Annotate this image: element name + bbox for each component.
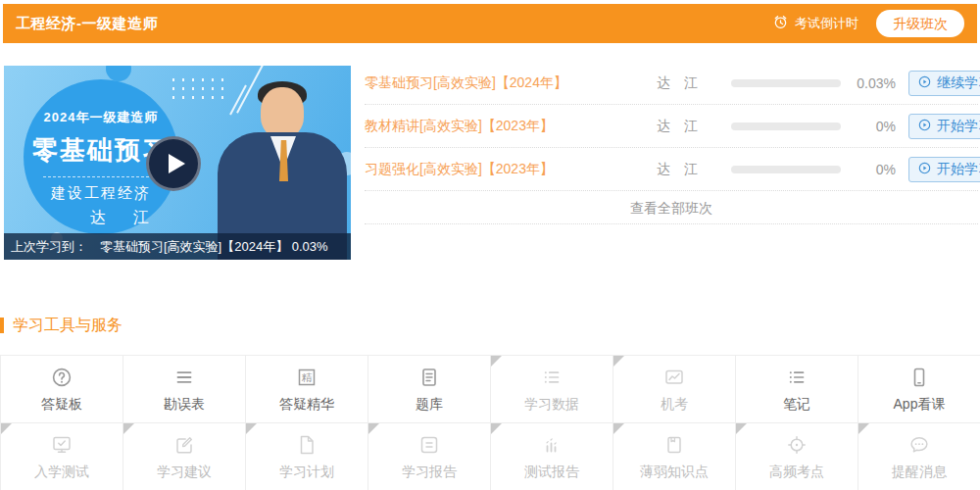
tool-errata-list[interactable]: 勘误表 bbox=[123, 356, 246, 423]
course-page: 工程经济-一级建造师 考试倒计时 升级班次 2024年一级建造师 零基础预习 建… bbox=[0, 0, 980, 490]
topbar: 工程经济-一级建造师 考试倒计时 升级班次 bbox=[3, 4, 977, 43]
play-circle-icon bbox=[917, 161, 932, 178]
tool-answer-highlights[interactable]: 精 答疑精华 bbox=[246, 356, 368, 423]
course-list: 零基础预习[高效实验]【2024年】 达 江 0.03% 继续学习 教材精讲[高… bbox=[365, 62, 978, 224]
document-lines-icon bbox=[417, 366, 441, 389]
banner-year-title: 2024年一级建造师 bbox=[44, 109, 159, 126]
message-dots-icon bbox=[907, 433, 931, 457]
banner-instructor-name: 达 江 bbox=[90, 208, 155, 228]
play-button[interactable] bbox=[146, 136, 201, 191]
tool-label: 高频考点 bbox=[769, 464, 824, 481]
play-circle-icon bbox=[917, 118, 932, 135]
monitor-check-icon bbox=[50, 433, 74, 457]
section-accent-bar bbox=[0, 318, 4, 333]
last-learned-bar: 上次学习到： 零基础预习[高效实验]【2024年】 0.03% bbox=[4, 233, 351, 260]
play-circle-icon bbox=[917, 74, 932, 92]
tool-reminder-messages[interactable]: 提醒消息 bbox=[858, 423, 980, 490]
course-row: 零基础预习[高效实验]【2024年】 达 江 0.03% 继续学习 bbox=[365, 62, 978, 105]
bar-chart-icon bbox=[540, 433, 564, 457]
tool-label: 答疑精华 bbox=[279, 396, 334, 414]
corner-fold bbox=[123, 423, 134, 434]
tool-study-data[interactable]: 学习数据 bbox=[491, 356, 613, 423]
question-circle-icon bbox=[50, 366, 74, 389]
tool-answer-board[interactable]: 答疑板 bbox=[1, 356, 123, 423]
progress-bar bbox=[731, 79, 841, 87]
tool-study-report[interactable]: 学习报告 bbox=[368, 423, 491, 490]
action-label: 开始学习 bbox=[937, 161, 980, 178]
tool-test-report[interactable]: 测试报告 bbox=[491, 423, 613, 490]
tool-notes[interactable]: 笔记 bbox=[736, 356, 858, 423]
report-lines-icon bbox=[417, 433, 441, 457]
start-learning-button[interactable]: 开始学习 bbox=[908, 114, 980, 139]
tool-label: 学习数据 bbox=[524, 396, 579, 414]
tool-label: 学习建议 bbox=[157, 464, 212, 481]
corner-fold bbox=[491, 356, 502, 367]
course-instructor: 达 江 bbox=[657, 74, 731, 92]
page-icon bbox=[295, 433, 318, 457]
tool-label: 入学测试 bbox=[34, 464, 89, 481]
corner-fold bbox=[368, 423, 379, 434]
tools-grid: 答疑板 勘误表 精 答疑精华 题库 学习数据 机考 笔记 bbox=[0, 355, 980, 490]
tool-label: 测试报告 bbox=[524, 464, 579, 481]
tool-label: 学习计划 bbox=[279, 464, 334, 481]
corner-fold bbox=[1, 423, 12, 434]
progress-percent: 0.03% bbox=[847, 75, 896, 91]
course-instructor: 达 江 bbox=[657, 161, 731, 178]
progress-bar bbox=[731, 166, 841, 173]
action-label: 继续学习 bbox=[937, 74, 980, 92]
tool-entrance-test[interactable]: 入学测试 bbox=[1, 423, 123, 490]
upgrade-class-button[interactable]: 升级班次 bbox=[876, 10, 964, 37]
corner-fold bbox=[491, 423, 502, 434]
progress-percent: 0% bbox=[847, 119, 896, 134]
course-row: 教材精讲[高效实验]【2023年】 达 江 0% 开始学习 bbox=[365, 105, 978, 148]
action-label: 开始学习 bbox=[937, 118, 980, 135]
target-icon bbox=[785, 433, 808, 457]
banner-subject: 建设工程经济 bbox=[51, 184, 151, 203]
tool-computer-exam[interactable]: 机考 bbox=[613, 356, 736, 423]
tool-label: 答疑板 bbox=[41, 396, 82, 414]
tool-app-viewing[interactable]: App看课 bbox=[858, 356, 980, 423]
tool-question-bank[interactable]: 题库 bbox=[368, 356, 491, 423]
page-title: 工程经济-一级建造师 bbox=[16, 15, 158, 33]
progress-bar bbox=[731, 122, 841, 130]
alarm-clock-icon bbox=[772, 14, 789, 33]
view-all-classes-link[interactable]: 查看全部班次 bbox=[365, 191, 978, 224]
corner-fold bbox=[246, 423, 257, 434]
tool-study-plan[interactable]: 学习计划 bbox=[246, 423, 368, 490]
tool-label: 机考 bbox=[661, 396, 688, 414]
tool-study-advice[interactable]: 学习建议 bbox=[123, 423, 246, 490]
tool-label: 薄弱知识点 bbox=[640, 464, 709, 481]
progress-percent: 0% bbox=[847, 162, 896, 177]
edit-pencil-icon bbox=[172, 433, 196, 457]
tool-label: 勘误表 bbox=[164, 396, 205, 414]
svg-text:精: 精 bbox=[302, 370, 313, 382]
course-row: 习题强化[高效实验]【2023年】 达 江 0% 开始学习 bbox=[365, 148, 978, 191]
course-title-link[interactable]: 教材精讲[高效实验]【2023年】 bbox=[365, 118, 657, 135]
tool-weak-knowledge-points[interactable]: 薄弱知识点 bbox=[613, 423, 736, 490]
smartphone-icon bbox=[907, 366, 931, 389]
tool-label: 题库 bbox=[416, 396, 443, 414]
countdown-label: 考试倒计时 bbox=[795, 15, 858, 32]
start-learning-button[interactable]: 开始学习 bbox=[908, 157, 980, 182]
corner-fold bbox=[736, 423, 747, 434]
exam-countdown-link[interactable]: 考试倒计时 bbox=[772, 14, 858, 33]
course-title-link[interactable]: 零基础预习[高效实验]【2024年】 bbox=[365, 74, 657, 92]
tool-label: App看课 bbox=[894, 396, 946, 414]
monitor-chart-icon bbox=[662, 366, 686, 389]
jing-badge-icon: 精 bbox=[295, 366, 318, 389]
tools-section-header: 学习工具与服务 bbox=[0, 316, 122, 335]
tool-label: 学习报告 bbox=[402, 464, 457, 481]
continue-learning-button[interactable]: 继续学习 bbox=[908, 71, 980, 96]
corner-fold bbox=[858, 423, 869, 434]
course-title-link[interactable]: 习题强化[高效实验]【2023年】 bbox=[365, 161, 657, 178]
tool-high-frequency-points[interactable]: 高频考点 bbox=[736, 423, 858, 490]
corner-fold bbox=[613, 356, 624, 367]
corner-fold bbox=[613, 423, 624, 434]
course-instructor: 达 江 bbox=[657, 118, 731, 135]
tool-label: 提醒消息 bbox=[892, 464, 947, 481]
tools-section-title: 学习工具与服务 bbox=[13, 316, 122, 336]
bullet-list-icon bbox=[785, 366, 808, 389]
bullet-list-icon bbox=[540, 366, 564, 389]
tool-label: 笔记 bbox=[783, 396, 810, 414]
course-video-banner[interactable]: 2024年一级建造师 零基础预习 建设工程经济 达 江 上次学习到： 零基础预习… bbox=[4, 66, 351, 260]
